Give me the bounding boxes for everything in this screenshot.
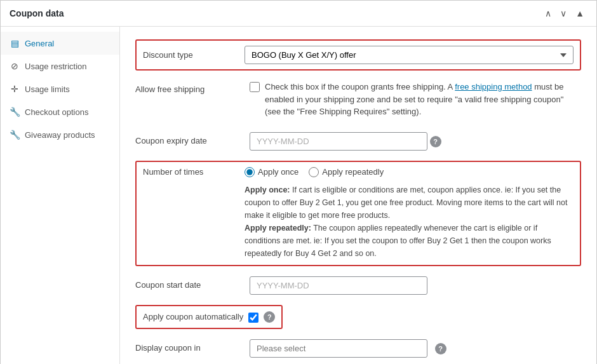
free-shipping-row: Allow free shipping Check this box if th… [135, 81, 581, 122]
apply-auto-row: Apply coupon automatically ? [135, 305, 581, 329]
expiry-date-row: Coupon expiry date ? [135, 132, 581, 151]
free-shipping-desc: Check this box if the coupon grants free… [265, 81, 581, 118]
apply-repeatedly-text: Apply repeatedly [322, 167, 384, 177]
main-content: ▤ General ⊘ Usage restriction ✛ Usage li… [1, 27, 596, 364]
sidebar-item-general[interactable]: ▤ General [1, 32, 119, 55]
display-coupon-row: Display coupon in ? [135, 339, 581, 358]
free-shipping-checkbox-row: Check this box if the coupon grants free… [250, 81, 581, 118]
apply-auto-box: Apply coupon automatically ? [135, 305, 283, 329]
grid-icon: ▤ [10, 38, 20, 48]
expiry-date-label: Coupon expiry date [135, 132, 250, 145]
collapse-button[interactable]: ∧ [542, 7, 554, 20]
sidebar-item-usage-limits[interactable]: ✛ Usage limits [1, 78, 119, 100]
start-date-label: Coupon start date [135, 276, 250, 290]
sidebar-label-usage-restriction: Usage restriction [25, 62, 87, 71]
sidebar-label-general: General [25, 39, 54, 48]
apply-once-radio[interactable] [245, 167, 255, 177]
start-date-control [250, 276, 581, 295]
display-coupon-control: ? [250, 339, 581, 358]
free-shipping-method-link[interactable]: free shipping method [455, 82, 532, 91]
coupon-data-window: Coupon data ∧ ∨ ▲ ▤ General ⊘ Usage rest… [0, 0, 597, 364]
number-times-top: Number of times Apply once Apply repeate… [143, 167, 574, 177]
fullscreen-button[interactable]: ▲ [572, 7, 587, 20]
sidebar-label-usage-limits: Usage limits [25, 84, 70, 94]
apply-auto-help-icon[interactable]: ? [264, 311, 275, 323]
expand-button[interactable]: ∨ [557, 7, 570, 20]
sidebar-item-usage-restriction[interactable]: ⊘ Usage restriction [1, 55, 119, 78]
apply-description: Apply once: If cart is eligible or condi… [245, 184, 574, 260]
free-shipping-control: Check this box if the coupon grants free… [250, 81, 581, 122]
title-bar: Coupon data ∧ ∨ ▲ [1, 1, 596, 27]
apply-once-desc: Apply once: If cart is eligible or condi… [245, 184, 574, 222]
number-of-times-row: Number of times Apply once Apply repeate… [135, 161, 581, 266]
content-area: Discount type BOGO (Buy X Get X/Y) offer… [120, 27, 596, 364]
apply-repeatedly-desc: Apply repeatedly: The coupon applies rep… [245, 222, 574, 260]
wrench-icon-checkout: 🔧 [10, 107, 20, 117]
number-of-times-section: Number of times Apply once Apply repeate… [135, 161, 581, 266]
discount-type-highlight: Discount type BOGO (Buy X Get X/Y) offer [135, 39, 581, 71]
discount-type-row: Discount type BOGO (Buy X Get X/Y) offer [135, 39, 581, 71]
start-date-row: Coupon start date [135, 276, 581, 295]
free-shipping-checkbox[interactable] [250, 82, 260, 92]
window-controls: ∧ ∨ ▲ [542, 7, 587, 20]
wrench-icon-giveaway: 🔧 [10, 130, 20, 140]
number-times-label: Number of times [143, 167, 238, 177]
display-coupon-input[interactable] [250, 339, 427, 358]
apply-repeatedly-radio[interactable] [309, 167, 319, 177]
discount-type-label: Discount type [143, 50, 238, 60]
apply-repeatedly-label[interactable]: Apply repeatedly [309, 167, 384, 177]
start-date-input[interactable] [250, 276, 427, 295]
free-shipping-text1: Check this box if the coupon grants free… [265, 82, 455, 91]
display-coupon-label: Display coupon in [135, 339, 250, 353]
restriction-icon: ⊘ [10, 61, 20, 71]
apply-once-label[interactable]: Apply once [245, 167, 298, 177]
expiry-date-control: ? [250, 132, 581, 151]
window-title: Coupon data [10, 8, 64, 18]
free-shipping-label: Allow free shipping [135, 81, 250, 94]
plus-icon: ✛ [10, 84, 20, 94]
sidebar-label-checkout-options: Checkout options [25, 107, 88, 117]
sidebar: ▤ General ⊘ Usage restriction ✛ Usage li… [1, 27, 120, 364]
expiry-date-input[interactable] [250, 132, 427, 151]
radio-group: Apply once Apply repeatedly [245, 167, 384, 177]
discount-type-select[interactable]: BOGO (Buy X Get X/Y) offer [245, 46, 574, 64]
apply-once-text: Apply once [258, 167, 298, 177]
display-coupon-help-icon[interactable]: ? [435, 343, 446, 354]
sidebar-item-checkout-options[interactable]: 🔧 Checkout options [1, 100, 119, 123]
expiry-date-help-icon[interactable]: ? [430, 136, 441, 147]
sidebar-item-giveaway-products[interactable]: 🔧 Giveaway products [1, 123, 119, 146]
apply-auto-label: Apply coupon automatically [143, 312, 243, 321]
apply-auto-checkbox[interactable] [248, 313, 258, 323]
sidebar-label-giveaway-products: Giveaway products [25, 130, 95, 140]
